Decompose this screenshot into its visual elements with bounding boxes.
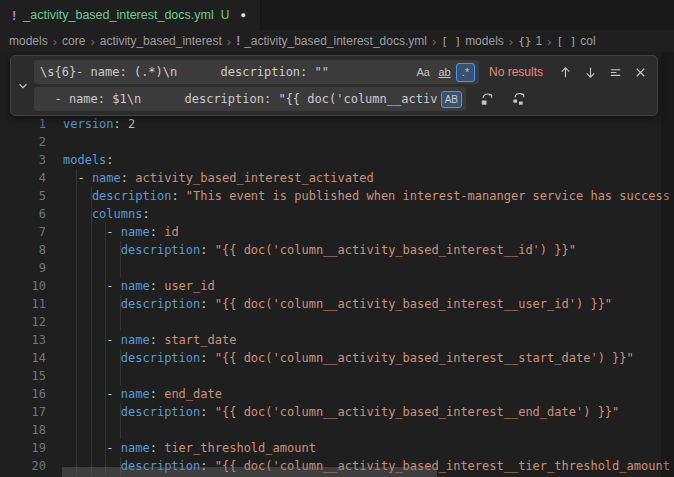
breadcrumb-label: activity_based_interest <box>100 34 222 48</box>
breadcrumb-item[interactable]: [ ]models <box>441 34 504 48</box>
find-in-selection-button[interactable] <box>605 62 625 82</box>
breadcrumb: models›core›activity_based_interest›!_ac… <box>0 30 674 52</box>
close-icon[interactable] <box>630 62 650 82</box>
line-number: 8 <box>0 241 63 259</box>
code-line: 1version: 2 <box>0 115 674 133</box>
breadcrumb-item[interactable]: activity_based_interest <box>100 34 222 48</box>
code-line: 16- name: end_date <box>0 385 674 403</box>
code-line: 11description: "{{ doc('column__activity… <box>0 295 674 313</box>
code-line-content: version: 2 <box>63 115 674 133</box>
code-line-content: - name: start_date <box>63 331 674 349</box>
find-input[interactable]: \s{6}- name: (.*)\n description: "" Aa a… <box>34 60 479 84</box>
indent-guides <box>63 241 121 259</box>
indent-guides <box>63 277 106 295</box>
indent-guides <box>63 205 92 223</box>
vertical-scrollbar-track[interactable] <box>661 52 674 477</box>
breadcrumb-label: models <box>465 34 504 48</box>
line-number: 19 <box>0 439 63 457</box>
line-number: 17 <box>0 403 63 421</box>
code-line-content: - name: activity_based_interest_activate… <box>63 169 674 187</box>
code-line: 17description: "{{ doc('column__activity… <box>0 403 674 421</box>
symbol-array-icon: [ ] <box>556 35 576 48</box>
match-case-toggle[interactable]: Aa <box>414 63 433 82</box>
line-number: 20 <box>0 457 63 475</box>
code-line-content: description: "This event is published wh… <box>63 187 674 205</box>
breadcrumb-label: _activity_based_interest_docs.yml <box>244 34 427 48</box>
breadcrumb-item[interactable]: {}1 <box>518 34 542 48</box>
code-line: 7- name: id <box>0 223 674 241</box>
line-number: 6 <box>0 205 63 223</box>
code-line-content: - name: user_id <box>63 277 674 295</box>
breadcrumb-item[interactable]: [ ]col <box>556 34 595 48</box>
code-line-content: description: "{{ doc('column__activity_b… <box>63 349 674 367</box>
find-query-text: \s{6}- name: (.*)\n description: "" <box>40 65 410 79</box>
horizontal-scrollbar[interactable] <box>62 467 437 477</box>
indent-guides <box>63 313 121 331</box>
code-line-content <box>63 421 674 439</box>
indent-guides <box>63 295 121 313</box>
code-line: 13- name: start_date <box>0 331 674 349</box>
previous-match-button[interactable] <box>555 62 575 82</box>
breadcrumb-separator: › <box>90 34 94 49</box>
code-line: 5description: "This event is published w… <box>0 187 674 205</box>
yaml-file-icon: ! <box>236 34 240 48</box>
breadcrumb-item[interactable]: models <box>9 34 48 48</box>
code-line-content <box>63 259 674 277</box>
replace-button[interactable] <box>476 89 496 109</box>
replace-value-text: - name: $1\n description: "{{ doc('colum… <box>40 92 437 106</box>
modified-dot-icon[interactable]: ● <box>240 10 245 20</box>
tab-activity-based-interest-docs[interactable]: ! _activity_based_interest_docs.yml U ● <box>0 0 261 30</box>
code-line-content: - name: end_date <box>63 385 674 403</box>
breadcrumb-separator: › <box>227 34 231 49</box>
replace-all-button[interactable] <box>508 89 528 109</box>
line-number: 13 <box>0 331 63 349</box>
breadcrumb-item[interactable]: core <box>62 34 85 48</box>
find-status: No results <box>489 65 543 79</box>
code-line: 12 <box>0 313 674 331</box>
breadcrumb-label: col <box>580 34 595 48</box>
line-number: 7 <box>0 223 63 241</box>
indent-guides <box>63 223 106 241</box>
next-match-button[interactable] <box>580 62 600 82</box>
indent-guides <box>63 331 106 349</box>
breadcrumb-item[interactable]: !_activity_based_interest_docs.yml <box>236 34 427 48</box>
tab-bar: ! _activity_based_interest_docs.yml U ● <box>0 0 674 30</box>
indent-guides <box>63 367 121 385</box>
code-line: 8description: "{{ doc('column__activity_… <box>0 241 674 259</box>
code-line-content <box>63 313 674 331</box>
code-line-content: description: "{{ doc('column__activity_b… <box>63 295 674 313</box>
code-line-content: - name: tier_threshold_amount <box>63 439 674 457</box>
line-number: 3 <box>0 151 63 169</box>
code-line: 2 <box>0 133 674 151</box>
line-number: 11 <box>0 295 63 313</box>
code-line: 3models: <box>0 151 674 169</box>
breadcrumb-label: 1 <box>535 34 542 48</box>
breadcrumb-label: models <box>9 34 48 48</box>
line-number: 9 <box>0 259 63 277</box>
editor[interactable]: \s{6}- name: (.*)\n description: "" Aa a… <box>0 52 674 477</box>
vscode-window: ! _activity_based_interest_docs.yml U ● … <box>0 0 674 477</box>
find-row: \s{6}- name: (.*)\n description: "" Aa a… <box>34 60 650 84</box>
line-number: 18 <box>0 421 63 439</box>
tab-title: _activity_based_interest_docs.yml <box>23 8 213 22</box>
code-line: 10- name: user_id <box>0 277 674 295</box>
indent-guides <box>63 421 121 439</box>
code-line: 15 <box>0 367 674 385</box>
regex-toggle[interactable]: .* <box>456 63 475 82</box>
indent-guides <box>63 259 121 277</box>
whole-word-toggle[interactable]: ab <box>435 63 454 82</box>
breadcrumb-separator: › <box>432 34 436 49</box>
code-line-content <box>63 133 674 151</box>
breadcrumb-separator: › <box>547 34 551 49</box>
line-number: 14 <box>0 349 63 367</box>
replace-input[interactable]: - name: $1\n description: "{{ doc('colum… <box>34 87 466 111</box>
toggle-replace-button[interactable] <box>11 60 34 111</box>
breadcrumb-separator: › <box>509 34 513 49</box>
line-number: 16 <box>0 385 63 403</box>
replace-row: - name: $1\n description: "{{ doc('colum… <box>34 87 650 111</box>
code-line: 9 <box>0 259 674 277</box>
preserve-case-toggle[interactable]: AB <box>441 91 462 108</box>
code-line-content <box>63 367 674 385</box>
indent-guides <box>63 385 106 403</box>
git-untracked-badge: U <box>221 8 230 22</box>
